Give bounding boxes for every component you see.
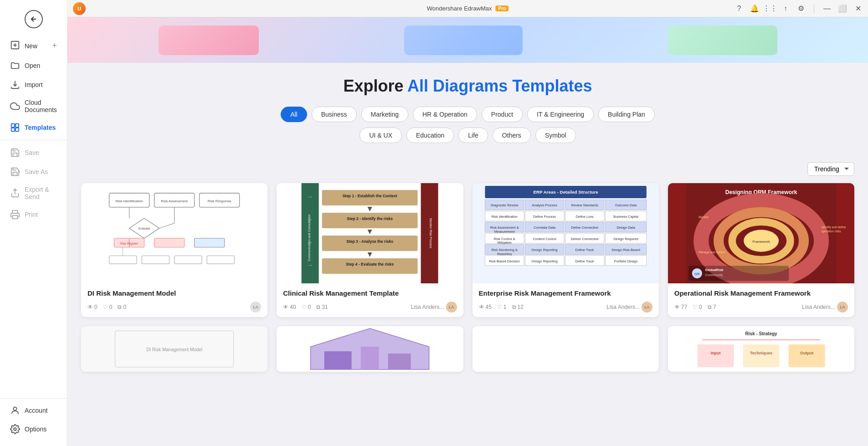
- svg-text:Monitor: Monitor: [699, 215, 709, 219]
- svg-rect-126: [324, 351, 352, 369]
- svg-text:Techniques: Techniques: [750, 351, 772, 355]
- card-title-orm: Operational Risk Management Framework: [674, 289, 848, 298]
- svg-text:Step 1 - Establish the Context: Step 1 - Establish the Context: [343, 194, 397, 198]
- author-avatar-enterprise: LA: [642, 302, 652, 313]
- user-avatar[interactable]: U: [73, 2, 86, 15]
- filter-uiux[interactable]: UI & UX: [360, 128, 402, 143]
- heart-icon: ♡: [103, 304, 108, 310]
- svg-rect-116: [688, 266, 789, 281]
- eye-icon: 👁: [87, 304, 93, 310]
- explore-title: Explore All Diagrams Templates: [86, 77, 850, 96]
- svg-text:GlobalRisk: GlobalRisk: [705, 268, 724, 272]
- notification-icon[interactable]: 🔔: [750, 4, 759, 13]
- filter-all[interactable]: All: [281, 107, 307, 122]
- sidebar-item-new[interactable]: New +: [3, 36, 64, 56]
- sidebar: New + Open Import Cloud Documents: [0, 0, 67, 446]
- svg-text:Business Capital: Business Capital: [613, 215, 638, 219]
- sidebar-item-account[interactable]: Account: [3, 401, 64, 420]
- card-thumb-partial-2: [277, 326, 463, 372]
- export-label: Export & Send: [25, 186, 57, 200]
- svg-rect-127: [361, 347, 379, 369]
- filter-life[interactable]: Life: [458, 128, 488, 143]
- filter-education[interactable]: Education: [406, 128, 454, 143]
- templates-area: Trending Newest Popular Risk Identificat…: [67, 158, 868, 385]
- filter-hr[interactable]: HR & Operation: [413, 107, 477, 122]
- svg-text:Risk Identification: Risk Identification: [491, 215, 517, 219]
- download-icon: [10, 80, 20, 90]
- sidebar-item-options[interactable]: Options: [3, 420, 64, 438]
- filter-business[interactable]: Business: [312, 107, 357, 122]
- svg-text:Risk-Based Decision: Risk-Based Decision: [489, 259, 520, 263]
- close-icon[interactable]: ✕: [853, 4, 863, 13]
- svg-text:ERP Areas - Detailed Structure: ERP Areas - Detailed Structure: [533, 190, 598, 195]
- plus-square-icon: [10, 40, 20, 51]
- new-plus-icon: +: [52, 41, 57, 51]
- svg-rect-132: [697, 344, 734, 367]
- titlebar-right-icons: ? 🔔 ⋮⋮ ↑ ⚙ — ⬜ ✕: [734, 4, 863, 13]
- copies-clinical: ⧉ 31: [316, 304, 328, 310]
- views-clinical: 👁 40: [283, 304, 296, 310]
- titlebar: U Wondershare EdrawMax Pro ? 🔔 ⋮⋮ ↑ ⚙ — …: [67, 0, 868, 17]
- template-card-partial-2[interactable]: [277, 326, 463, 372]
- sidebar-item-export[interactable]: Export & Send: [3, 182, 64, 205]
- card-thumb-di-risk: Risk Identification Risk Assessment Risk…: [81, 183, 267, 283]
- svg-rect-134: [743, 344, 779, 367]
- sidebar-item-open[interactable]: Open: [3, 56, 64, 75]
- copy-icon: ⧉: [118, 304, 122, 310]
- svg-text:→: →: [307, 261, 313, 269]
- sidebar-item-import[interactable]: Import: [3, 76, 64, 94]
- card-thumb-partial-3: [473, 326, 659, 372]
- card-meta-di-risk: 👁 0 ♡ 0 ⧉ 0 LA: [87, 302, 261, 313]
- sidebar-item-print[interactable]: Print: [3, 205, 64, 224]
- filter-it[interactable]: IT & Engineering: [527, 107, 594, 122]
- app-title: Wondershare EdrawMax: [427, 5, 492, 12]
- svg-text:Define Connective: Define Connective: [571, 226, 598, 230]
- author-avatar-orm: LA: [837, 302, 848, 313]
- copies-orm: ⧉ 7: [708, 304, 716, 310]
- svg-text:Identify and define: Identify and define: [821, 226, 846, 229]
- copy-icon: ⧉: [316, 304, 320, 310]
- settings-icon[interactable]: ⚙: [796, 4, 806, 13]
- filter-building[interactable]: Building Plan: [598, 107, 655, 122]
- sidebar-item-save-as[interactable]: Save As: [3, 163, 64, 181]
- back-button[interactable]: [25, 10, 43, 28]
- maximize-icon[interactable]: ⬜: [838, 4, 847, 13]
- svg-text:Review Standards: Review Standards: [571, 203, 598, 207]
- template-card-di-risk[interactable]: Risk Identification Risk Assessment Risk…: [81, 183, 267, 317]
- template-card-enterprise[interactable]: ERP Areas - Detailed Structure Diagnosti…: [473, 183, 659, 317]
- svg-text:Design Reporting: Design Reporting: [531, 259, 557, 263]
- template-card-risk-strategy[interactable]: Risk - Strategy Input Techniques Output: [668, 326, 854, 372]
- heart-icon: ♡: [302, 304, 307, 310]
- import-label: Import: [25, 81, 43, 88]
- filter-others[interactable]: Others: [493, 128, 531, 143]
- template-card-partial-3[interactable]: [473, 326, 659, 372]
- sidebar-item-cloud[interactable]: Cloud Documents: [3, 95, 64, 118]
- apps-icon[interactable]: ⋮⋮: [765, 4, 775, 13]
- print-label: Print: [25, 211, 38, 218]
- minimize-icon[interactable]: —: [822, 4, 832, 13]
- filter-marketing[interactable]: Marketing: [361, 107, 408, 122]
- template-card-clinical[interactable]: Communication and Consultation Monitor R…: [277, 183, 463, 317]
- filter-product[interactable]: Product: [482, 107, 523, 122]
- sidebar-item-save[interactable]: Save: [3, 144, 64, 162]
- card-meta-clinical: 👁 40 ♡ 0 ⧉ 31 Lisa Anders...: [283, 302, 457, 313]
- share-icon[interactable]: ↑: [781, 4, 790, 13]
- copy-icon: ⧉: [512, 304, 516, 310]
- folder-icon: [10, 61, 20, 71]
- likes-orm: ♡ 0: [693, 304, 702, 310]
- card-thumb-risk-strategy: Risk - Strategy Input Techniques Output: [668, 326, 854, 372]
- copies-enterprise: ⧉ 12: [512, 304, 524, 310]
- open-label: Open: [25, 62, 40, 69]
- svg-text:Define Process: Define Process: [533, 215, 556, 219]
- filter-symbol[interactable]: Symbol: [535, 128, 576, 143]
- svg-text:Content Control: Content Control: [533, 237, 556, 241]
- save-label: Save: [25, 149, 39, 156]
- views-enterprise: 👁 45: [479, 304, 492, 310]
- options-icon: [10, 424, 20, 434]
- svg-text:Framework: Framework: [752, 240, 770, 244]
- template-card-orm[interactable]: Designing ORM Framework Framework Identi…: [668, 183, 854, 317]
- help-icon[interactable]: ?: [734, 4, 744, 13]
- template-card-di-risk-2[interactable]: DI Risk Management Model: [81, 326, 267, 372]
- sidebar-item-templates[interactable]: Templates: [3, 118, 64, 137]
- sort-select[interactable]: Trending Newest Popular: [807, 162, 854, 176]
